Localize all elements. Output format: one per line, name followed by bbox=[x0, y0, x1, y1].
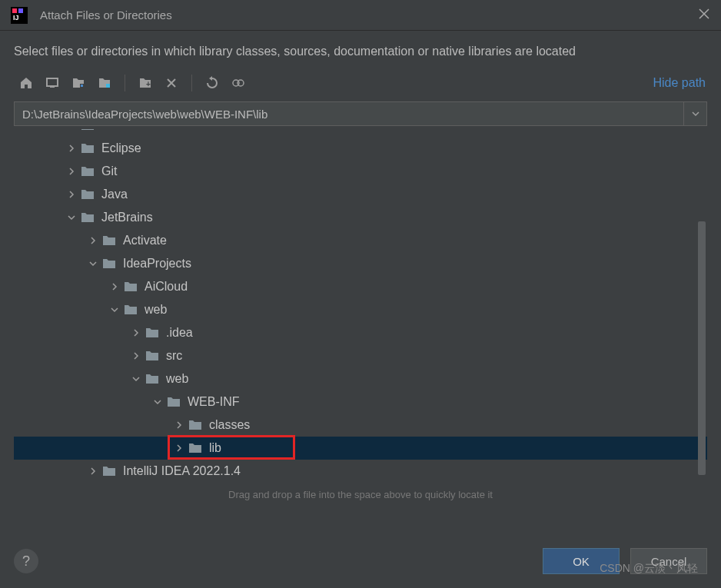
chevron-right-icon[interactable] bbox=[109, 281, 120, 292]
tree-item[interactable]: Java bbox=[14, 183, 707, 206]
tree-item-label: IntelliJ IDEA 2022.1.4 bbox=[123, 464, 241, 478]
svg-rect-7 bbox=[81, 85, 83, 87]
toolbar-separator bbox=[191, 75, 192, 91]
chevron-down-icon[interactable] bbox=[66, 212, 77, 223]
tree-item[interactable]: PyCharm Community Edition 2021.2.2 bbox=[14, 483, 707, 484]
project-dir-icon[interactable] bbox=[66, 72, 91, 94]
tree-item[interactable]: .idea bbox=[14, 321, 707, 344]
ok-button[interactable]: OK bbox=[543, 548, 620, 574]
folder-icon bbox=[145, 373, 160, 385]
folder-icon bbox=[123, 281, 138, 293]
toolbar: + Hide path bbox=[0, 69, 721, 97]
tree-item-label: web bbox=[145, 303, 167, 317]
tree-item-label: Java bbox=[101, 188, 128, 201]
module-dir-icon[interactable] bbox=[92, 72, 117, 94]
tree-item-label: Activate bbox=[123, 234, 167, 247]
folder-icon bbox=[101, 257, 117, 270]
folder-icon bbox=[145, 350, 160, 362]
tree-item-label: .idea bbox=[166, 326, 193, 340]
hide-path-link[interactable]: Hide path bbox=[653, 76, 708, 90]
delete-icon[interactable] bbox=[159, 72, 184, 94]
dialog-prompt: Select files or directories in which lib… bbox=[0, 31, 721, 69]
chevron-right-icon[interactable] bbox=[131, 327, 141, 338]
tree-item-label: src bbox=[166, 349, 182, 363]
tree-item[interactable]: web bbox=[14, 367, 707, 390]
tree-item-label: AiCloud bbox=[145, 280, 188, 294]
folder-icon bbox=[145, 327, 160, 339]
folder-icon bbox=[123, 304, 138, 316]
folder-icon bbox=[188, 419, 203, 431]
titlebar: IJ Attach Files or Directories bbox=[0, 0, 721, 31]
drop-hint: Drag and drop a file into the space abov… bbox=[0, 484, 721, 513]
tree-item[interactable]: JetBrains bbox=[14, 206, 707, 229]
toolbar-separator bbox=[125, 75, 125, 91]
folder-icon bbox=[80, 211, 95, 224]
tree-item[interactable]: IdeaProjects bbox=[14, 252, 707, 275]
chevron-right-icon[interactable] bbox=[88, 466, 98, 477]
folder-icon bbox=[80, 188, 95, 201]
svg-rect-8 bbox=[106, 84, 110, 88]
tree-item-label: Git bbox=[101, 164, 117, 178]
refresh-icon[interactable] bbox=[200, 72, 224, 94]
folder-icon bbox=[101, 465, 117, 477]
chevron-right-icon[interactable] bbox=[131, 350, 141, 361]
chevron-down-icon[interactable] bbox=[88, 258, 98, 269]
svg-rect-4 bbox=[47, 78, 58, 86]
tree-item[interactable]: Eclipse bbox=[14, 137, 707, 160]
cancel-button[interactable]: Cancel bbox=[630, 548, 707, 574]
tree-item-label: lib bbox=[209, 441, 221, 455]
tree-item-label: Eclipse bbox=[101, 141, 141, 155]
tree-item[interactable]: lib bbox=[14, 437, 707, 460]
tree-item[interactable]: IntelliJ IDEA 2022.1.4 bbox=[14, 460, 707, 483]
tree-item[interactable]: AiCloud bbox=[14, 275, 707, 298]
folder-icon bbox=[188, 442, 203, 454]
tree-item[interactable]: src bbox=[14, 344, 707, 367]
path-dropdown-icon[interactable] bbox=[683, 102, 706, 125]
tree-item[interactable]: Git bbox=[14, 160, 707, 183]
help-button[interactable]: ? bbox=[14, 549, 38, 573]
tree-item-label: JetBrains bbox=[101, 211, 153, 224]
chevron-down-icon[interactable] bbox=[152, 397, 163, 407]
close-icon[interactable] bbox=[698, 8, 710, 22]
dialog-title: Attach Files or Directories bbox=[40, 8, 698, 22]
chevron-down-icon[interactable] bbox=[109, 304, 120, 315]
tree-item-label: DBeaver bbox=[101, 129, 149, 132]
tree-item[interactable]: Activate bbox=[14, 229, 707, 252]
chevron-right-icon[interactable] bbox=[174, 443, 184, 453]
tree-item-label: WEB-INF bbox=[188, 395, 240, 409]
path-input[interactable] bbox=[15, 102, 683, 125]
chevron-right-icon[interactable] bbox=[66, 189, 77, 200]
tree-item[interactable]: classes bbox=[14, 414, 707, 437]
tree-item-label: IdeaProjects bbox=[123, 257, 191, 271]
folder-icon bbox=[80, 165, 95, 178]
path-field bbox=[14, 101, 707, 126]
folder-icon bbox=[166, 396, 181, 408]
chevron-right-icon[interactable] bbox=[66, 129, 77, 131]
tree-item-label: classes bbox=[209, 418, 250, 432]
tree-item[interactable]: web bbox=[14, 298, 707, 321]
folder-icon bbox=[80, 129, 95, 131]
tree-item-label: web bbox=[166, 372, 188, 386]
svg-rect-2 bbox=[18, 8, 23, 13]
svg-text:IJ: IJ bbox=[13, 14, 19, 22]
chevron-down-icon[interactable] bbox=[131, 374, 141, 384]
home-icon[interactable] bbox=[14, 72, 38, 94]
show-hidden-icon[interactable] bbox=[226, 72, 251, 94]
file-tree: DBeaverEclipseGitJavaJetBrainsActivateId… bbox=[14, 129, 707, 484]
svg-text:+: + bbox=[146, 80, 151, 88]
svg-rect-5 bbox=[50, 87, 55, 88]
svg-rect-1 bbox=[12, 8, 17, 13]
chevron-right-icon[interactable] bbox=[66, 166, 77, 177]
desktop-icon[interactable] bbox=[40, 72, 65, 94]
chevron-right-icon[interactable] bbox=[66, 143, 77, 154]
app-logo: IJ bbox=[11, 7, 28, 24]
new-folder-icon[interactable]: + bbox=[133, 72, 158, 94]
scrollbar[interactable] bbox=[698, 221, 706, 475]
tree-item[interactable]: DBeaver bbox=[14, 129, 707, 137]
folder-icon bbox=[101, 234, 117, 247]
footer: ? OK Cancel bbox=[14, 548, 707, 574]
chevron-right-icon[interactable] bbox=[88, 235, 98, 246]
chevron-right-icon[interactable] bbox=[174, 420, 184, 430]
folder-icon bbox=[80, 142, 95, 154]
tree-item[interactable]: WEB-INF bbox=[14, 390, 707, 414]
